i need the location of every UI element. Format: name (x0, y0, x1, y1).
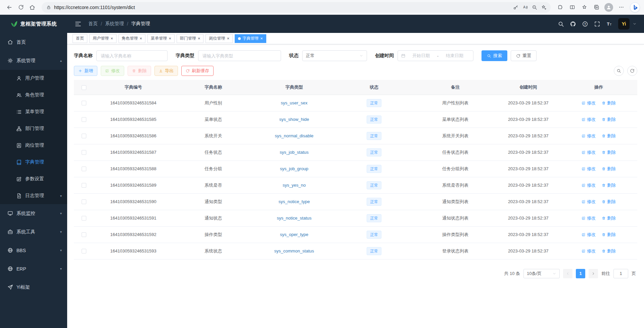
refresh-cache-button[interactable]: 刷新缓存 (181, 66, 214, 76)
tab[interactable]: 角色管理 × (119, 34, 146, 43)
row-checkbox[interactable] (82, 167, 86, 171)
row-edit-link[interactable]: 修改 (582, 199, 596, 205)
sidebar-item[interactable]: 系统工具 ▾ (0, 223, 67, 241)
tab[interactable]: 首页 (73, 34, 87, 43)
row-checkbox[interactable] (82, 249, 86, 253)
sidebar-item[interactable]: Yi框架 (0, 278, 67, 296)
dict-type-input[interactable] (198, 50, 281, 61)
row-checkbox[interactable] (82, 134, 86, 138)
tab[interactable]: 部门管理 × (177, 34, 204, 43)
dict-type-link[interactable]: sys_common_status (274, 248, 314, 253)
address-bar[interactable]: https://ccnetcore.com:1101/system/dict (42, 2, 551, 13)
sidebar-item[interactable]: 岗位管理 (0, 137, 67, 154)
row-edit-link[interactable]: 修改 (582, 182, 596, 188)
tab-close-icon[interactable]: × (110, 36, 113, 41)
add-button[interactable]: 新增 (74, 66, 97, 76)
table-row[interactable]: 1641030593246531591 通知状态 sys_notice_stat… (74, 210, 637, 226)
row-edit-link[interactable]: 修改 (582, 248, 596, 254)
breadcrumb-link[interactable]: 首页 (88, 21, 98, 27)
row-edit-link[interactable]: 修改 (582, 166, 596, 172)
row-delete-link[interactable]: 删除 (602, 182, 616, 188)
table-row[interactable]: 1641030593246531588 任务分组 sys_job_group 正… (74, 160, 637, 177)
goto-page-input[interactable] (613, 269, 628, 278)
table-row[interactable]: 1641030593246531592 操作类型 sys_oper_type 正… (74, 226, 637, 243)
table-row[interactable]: 1641030593246531586 系统开关 sys_normal_disa… (74, 128, 637, 144)
dict-type-link[interactable]: sys_normal_disable (275, 133, 314, 138)
row-edit-link[interactable]: 修改 (582, 116, 596, 123)
browser-menu-button[interactable] (616, 2, 627, 13)
dict-type-link[interactable]: sys_notice_status (277, 216, 311, 221)
row-delete-link[interactable]: 删除 (602, 248, 616, 254)
split-screen-button[interactable] (567, 2, 578, 13)
row-checkbox[interactable] (82, 216, 86, 221)
row-checkbox[interactable] (82, 101, 86, 105)
tab[interactable]: 用户管理 × (89, 34, 117, 43)
date-range-picker[interactable]: 开始日期 - 结束日期 (398, 50, 473, 61)
sidebar-item[interactable]: 系统监控 ▾ (0, 204, 67, 223)
next-page-button[interactable] (589, 269, 598, 278)
sidebar-item[interactable]: 菜单管理 (0, 103, 67, 120)
edit-button[interactable]: 修改 (101, 66, 124, 76)
table-row[interactable]: 1641030593246531587 任务状态 sys_job_status … (74, 144, 637, 160)
sidebar-item[interactable]: 首页 (0, 33, 67, 51)
browser-profile-avatar[interactable] (604, 3, 613, 12)
row-delete-link[interactable]: 删除 (602, 215, 616, 221)
dict-type-link[interactable]: sys_yes_no (283, 183, 306, 188)
breadcrumb-link[interactable]: 字典管理 (131, 21, 150, 27)
search-button[interactable]: 搜索 (481, 50, 507, 61)
sidebar-item[interactable]: 角色管理 (0, 87, 67, 103)
row-delete-link[interactable]: 删除 (602, 199, 616, 205)
read-aloud-button[interactable] (520, 3, 530, 12)
row-delete-link[interactable]: 删除 (602, 166, 616, 172)
reset-button[interactable]: 重置 (511, 50, 537, 61)
github-icon[interactable] (570, 21, 576, 27)
row-checkbox[interactable] (82, 117, 86, 122)
sidebar-item[interactable]: 参数设置 (0, 171, 67, 187)
sidebar-item[interactable]: 字典管理 (0, 154, 67, 171)
breadcrumb-link[interactable]: 系统管理 (105, 21, 124, 27)
current-page-button[interactable]: 1 (576, 269, 585, 278)
delete-button[interactable]: 删除 (128, 66, 151, 76)
tab-close-icon[interactable]: × (198, 36, 200, 41)
row-edit-link[interactable]: 修改 (582, 133, 596, 139)
dict-type-link[interactable]: sys_oper_type (280, 232, 309, 237)
app-logo[interactable]: 意框架管理系统 (0, 15, 67, 33)
help-icon[interactable] (582, 21, 588, 27)
dict-type-link[interactable]: sys_show_hide (279, 117, 309, 122)
sidebar-toggle-icon[interactable] (75, 20, 82, 28)
sidebar-item[interactable]: BBS ▾ (0, 241, 67, 260)
row-checkbox[interactable] (82, 199, 86, 204)
prev-page-button[interactable] (563, 269, 572, 278)
extensions-button[interactable] (555, 2, 565, 13)
sidebar-item[interactable]: 日志管理 ▾ (0, 187, 67, 204)
row-delete-link[interactable]: 删除 (602, 232, 616, 238)
tab[interactable]: 菜单管理 × (147, 34, 175, 43)
row-edit-link[interactable]: 修改 (582, 100, 596, 106)
tab[interactable]: 字典管理 × (235, 34, 266, 43)
tab-close-icon[interactable]: × (169, 36, 171, 41)
collections-button[interactable] (591, 2, 602, 13)
row-edit-link[interactable]: 修改 (582, 149, 596, 155)
tab[interactable]: 岗位管理 × (205, 34, 233, 43)
sidebar-item[interactable]: 系统管理 ▴ (0, 51, 67, 70)
dict-name-input[interactable] (96, 50, 168, 61)
sidebar-item[interactable]: ERP ▾ (0, 260, 67, 278)
tab-close-icon[interactable]: × (260, 36, 263, 41)
table-row[interactable]: 1641030593246531589 系统是否 sys_yes_no 正常 系… (74, 177, 637, 193)
zoom-button[interactable] (530, 3, 539, 12)
dict-type-link[interactable]: sys_user_sex (281, 100, 307, 105)
row-delete-link[interactable]: 删除 (602, 100, 616, 106)
user-avatar[interactable]: Yi (618, 18, 630, 30)
url-text[interactable]: https://ccnetcore.com:1101/system/dict (54, 5, 511, 10)
favorites-button[interactable] (579, 2, 590, 13)
dict-type-link[interactable]: sys_job_group (280, 166, 309, 171)
table-row[interactable]: 1641030593246531585 菜单状态 sys_show_hide 正… (74, 111, 637, 128)
dict-type-link[interactable]: sys_notice_type (278, 199, 310, 204)
row-checkbox[interactable] (82, 232, 86, 237)
page-size-select[interactable]: 10条/页 (523, 269, 560, 278)
toggle-search-button[interactable] (614, 66, 624, 76)
password-key-button[interactable] (511, 3, 520, 12)
browser-refresh-button[interactable] (15, 2, 26, 13)
end-date-placeholder[interactable]: 结束日期 (439, 53, 470, 59)
add-favorite-button[interactable] (539, 3, 549, 12)
